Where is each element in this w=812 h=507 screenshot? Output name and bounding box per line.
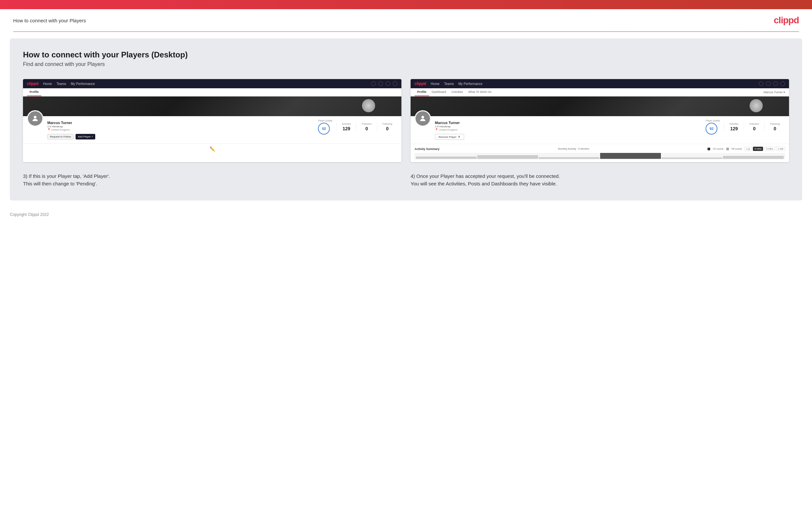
tab-right-user-name[interactable]: Marcus Turner ▾ (763, 91, 785, 94)
legend-dot-on (708, 148, 710, 150)
time-btn-1mth[interactable]: 1 mth (776, 147, 785, 151)
desc-text-left: 3) If this is your Player tap, 'Add Play… (23, 173, 401, 187)
screenshot-right: clippd Home Teams My Performance Profile… (411, 79, 789, 162)
screenshot-left: clippd Home Teams My Performance Profile (23, 79, 401, 162)
tab-bar-left: Profile (23, 88, 401, 97)
nav-teams-right[interactable]: Teams (444, 82, 454, 86)
tab-activities-right[interactable]: Activities (449, 88, 466, 96)
quality-block-right: Player Quality 92 (702, 119, 724, 134)
search-icon-right[interactable] (759, 81, 763, 86)
activity-period: Monthly Activity · 6 Months (558, 147, 589, 150)
tab-dashboard-right[interactable]: Dashboard (429, 88, 449, 96)
following-value-left: 0 (383, 126, 392, 131)
tab-bar-right: Profile Dashboard Activities What To Wor… (411, 88, 789, 97)
legend-dot-off (726, 148, 729, 150)
activities-value-right: 129 (729, 126, 739, 131)
screenshots-row: clippd Home Teams My Performance Profile (23, 79, 789, 162)
copyright-text: Copyright Clippd 2022 (10, 212, 49, 217)
chart-bar-4 (600, 153, 661, 159)
time-btn-1yr[interactable]: 1 yr (745, 147, 752, 151)
nav-performance-left[interactable]: My Performance (70, 82, 95, 86)
logo: clippd (774, 15, 799, 25)
remove-player-label: Remove Player (439, 135, 457, 138)
chart-bar-3 (539, 157, 600, 159)
stats-area-right: Player Quality 92 Activities 129 Followe… (702, 119, 785, 134)
desc-row: 3) If this is your Player tap, 'Add Play… (23, 173, 789, 187)
user-icon-left[interactable] (378, 81, 383, 86)
app-logo-right: clippd (414, 81, 426, 86)
time-buttons: 1 yr 6 mths 3 mths 1 mth (745, 147, 785, 151)
activities-value-left: 129 (342, 126, 351, 131)
activities-label-right: Activities (729, 123, 739, 125)
tab-profile-right[interactable]: Profile (414, 88, 429, 96)
player-location-left: 📍 United Kingdom (47, 128, 310, 131)
location-pin-icon-right: 📍 (435, 128, 438, 131)
nav-home-left[interactable]: Home (43, 82, 52, 86)
header-title: How to connect with your Players (13, 18, 86, 23)
chart-bar-1 (416, 157, 476, 159)
stat-following-right: Following 0 (764, 123, 785, 131)
app-navbar-left: clippd Home Teams My Performance (23, 79, 401, 88)
player-name-left: Marcus Turner (47, 121, 310, 125)
settings-icon-right[interactable] (773, 81, 778, 86)
activity-controls: On course Off course 1 yr 6 mths 3 mths … (708, 147, 785, 151)
svg-point-1 (421, 116, 424, 118)
desc-text-right: 4) Once your Player has accepted your re… (411, 173, 789, 187)
profile-info-left: Marcus Turner 1-5 Handicap 📍 United King… (47, 119, 310, 139)
screenshot-bottom-left: ✏️ (23, 144, 401, 154)
request-follow-button[interactable]: Request to Follow (47, 134, 73, 139)
profile-section-right: Marcus Turner 1-5 Handicap 📍 United King… (411, 116, 789, 144)
nav-right-left (371, 81, 398, 86)
remove-player-button[interactable]: Remove Player ✕ (435, 134, 464, 140)
player-name-right: Marcus Turner (435, 121, 698, 125)
settings-icon-left[interactable] (386, 81, 390, 86)
page-heading: How to connect with your Players (Deskto… (23, 50, 789, 59)
avatar-left (27, 110, 43, 127)
quality-label-left: Player Quality (318, 119, 333, 122)
edit-icon-left: ✏️ (210, 146, 215, 152)
legend-on-text: On course (713, 148, 723, 150)
profile-info-right: Marcus Turner 1-5 Handicap 📍 United King… (435, 119, 698, 140)
header: How to connect with your Players clippd (0, 9, 812, 32)
avatar-circle-left (27, 110, 43, 127)
activity-summary-bar: Activity Summary Monthly Activity · 6 Mo… (411, 144, 789, 162)
stat-activities-right: Activities 129 (724, 123, 744, 131)
nav-home-right[interactable]: Home (430, 82, 440, 86)
quality-label-right: Player Quality (706, 119, 720, 122)
profile-icon-right[interactable] (780, 81, 785, 86)
following-label-right: Following (770, 123, 780, 125)
nav-teams-left[interactable]: Teams (56, 82, 66, 86)
nav-performance-right[interactable]: My Performance (458, 82, 482, 86)
time-btn-3mths[interactable]: 3 mths (764, 147, 774, 151)
legend-off-course: Off course (726, 148, 742, 150)
quality-circle-right: 92 (706, 123, 717, 134)
profile-icon-left[interactable] (393, 81, 398, 86)
activity-summary-header: Activity Summary Monthly Activity · 6 Mo… (414, 147, 785, 151)
stat-followers-left: Followers 0 (356, 123, 377, 131)
player-handicap-right: 1-5 Handicap (435, 125, 698, 128)
activity-summary-title: Activity Summary (414, 147, 440, 151)
footer: Copyright Clippd 2022 (0, 207, 812, 222)
header-divider (13, 32, 799, 32)
desc-block-left: 3) If this is your Player tap, 'Add Play… (23, 173, 401, 187)
player-location-right: 📍 United Kingdom (435, 128, 698, 131)
app-logo-left: clippd (27, 81, 39, 86)
banner-circle-right (750, 99, 763, 112)
player-buttons-right: Remove Player ✕ (435, 134, 698, 140)
following-label-left: Following (383, 123, 392, 125)
player-buttons-left: Request to Follow Add Player + (47, 134, 310, 139)
followers-label-left: Followers (362, 123, 371, 125)
tab-profile-left[interactable]: Profile (27, 88, 41, 96)
user-icon-right[interactable] (766, 81, 771, 86)
search-icon-left[interactable] (371, 81, 376, 86)
chart-bar-6 (723, 156, 784, 159)
banner-right (411, 97, 789, 116)
app-navbar-right: clippd Home Teams My Performance (411, 79, 789, 88)
time-btn-6mths[interactable]: 6 mths (753, 147, 763, 151)
desc-block-right: 4) Once your Player has accepted your re… (411, 173, 789, 187)
following-value-right: 0 (770, 126, 780, 131)
add-player-button[interactable]: Add Player + (75, 134, 95, 139)
main-content: How to connect with your Players (Deskto… (10, 39, 802, 201)
nav-right-right (759, 81, 785, 86)
tab-what-to-work-on-right[interactable]: What To Work On (466, 88, 494, 96)
